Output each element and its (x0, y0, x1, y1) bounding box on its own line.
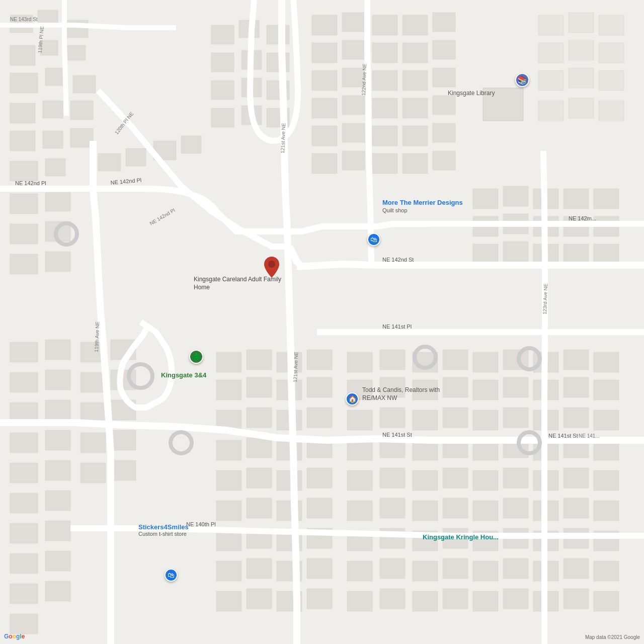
svg-rect-142 (216, 470, 242, 491)
svg-text:NE 142nd Pl: NE 142nd Pl (15, 180, 46, 186)
svg-rect-208 (380, 498, 405, 518)
culdesac-3 (413, 345, 438, 370)
svg-rect-201 (443, 468, 468, 488)
svg-rect-17 (45, 158, 65, 176)
quilt-shop-label: More The Merrier Designs Quilt shop (382, 199, 463, 213)
svg-rect-38 (342, 40, 365, 59)
svg-rect-19 (126, 148, 146, 166)
svg-rect-34 (312, 15, 337, 35)
svg-rect-150 (216, 531, 242, 551)
culdesac-4 (517, 346, 542, 371)
svg-rect-47 (403, 70, 428, 91)
kingsgate34-label: Kingsgate 3&4 (161, 371, 206, 379)
svg-rect-93 (10, 224, 38, 244)
svg-rect-183 (443, 408, 468, 428)
svg-rect-215 (594, 501, 619, 521)
svg-rect-56 (372, 126, 397, 146)
svg-rect-233 (594, 561, 619, 581)
kringle-label: Kingsgate Kringle Hou... (423, 533, 499, 541)
svg-rect-133 (307, 377, 332, 397)
svg-rect-58 (433, 123, 455, 142)
svg-rect-165 (443, 350, 468, 370)
svg-rect-234 (347, 591, 372, 611)
svg-rect-49 (312, 98, 337, 118)
svg-rect-76 (473, 189, 498, 209)
svg-rect-149 (307, 498, 332, 518)
svg-rect-230 (503, 558, 528, 579)
svg-rect-86 (473, 244, 498, 264)
svg-rect-178 (564, 377, 589, 397)
svg-rect-106 (45, 400, 70, 420)
svg-text:NE 143rd St: NE 143rd St (10, 17, 38, 22)
svg-rect-179 (594, 380, 619, 400)
svg-text:NE 142m...: NE 142m... (569, 215, 596, 221)
svg-rect-12 (70, 101, 93, 120)
google-logo-text: G (4, 633, 9, 640)
svg-rect-116 (111, 460, 136, 480)
svg-rect-35 (342, 13, 365, 32)
culdesac-2 (127, 362, 154, 390)
svg-rect-51 (372, 98, 397, 118)
svg-rect-42 (403, 43, 428, 63)
svg-rect-154 (216, 561, 242, 581)
svg-rect-137 (307, 408, 332, 428)
svg-rect-50 (342, 96, 365, 115)
svg-rect-206 (594, 470, 619, 491)
svg-rect-79 (564, 189, 589, 209)
svg-rect-123 (10, 584, 38, 604)
svg-rect-40 (403, 15, 428, 35)
kingsgate34-marker[interactable]: 🌲 (189, 350, 203, 364)
svg-rect-140 (277, 440, 302, 460)
svg-rect-232 (564, 558, 589, 579)
svg-rect-202 (473, 470, 498, 491)
svg-text:NE 141...: NE 141... (579, 433, 600, 439)
google-logo: Google (4, 633, 25, 640)
svg-rect-124 (45, 581, 70, 601)
map-container[interactable]: NE 142nd Pl NE 142nd St NE 141st Pl NE 1… (0, 0, 644, 644)
svg-rect-163 (380, 350, 405, 370)
svg-text:121st Ave NE: 121st Ave NE (292, 352, 299, 382)
svg-rect-96 (45, 252, 70, 272)
svg-rect-120 (45, 521, 70, 541)
svg-rect-14 (43, 131, 63, 148)
svg-text:NE 140th Pl: NE 140th Pl (186, 521, 216, 527)
svg-rect-205 (564, 468, 589, 488)
svg-rect-242 (594, 591, 619, 611)
svg-rect-162 (347, 352, 372, 372)
svg-rect-90 (594, 244, 619, 264)
svg-rect-175 (473, 380, 498, 400)
svg-rect-182 (413, 410, 438, 430)
svg-rect-210 (443, 498, 468, 518)
svg-rect-198 (347, 470, 372, 491)
svg-rect-95 (10, 254, 38, 274)
svg-rect-189 (347, 440, 372, 460)
svg-rect-188 (594, 410, 619, 430)
svg-rect-126 (216, 352, 242, 372)
svg-point-262 (268, 261, 275, 268)
svg-text:NE 141st St: NE 141st St (382, 432, 412, 438)
svg-rect-24 (267, 25, 289, 44)
svg-rect-52 (403, 98, 428, 118)
svg-rect-113 (10, 463, 38, 483)
quilt-shop-marker[interactable]: 🛍 (367, 233, 380, 246)
svg-rect-54 (312, 126, 337, 146)
svg-rect-80 (594, 189, 619, 209)
red-pin-icon (264, 257, 279, 278)
svg-text:121st Ave NE: 121st Ave NE (280, 123, 286, 153)
svg-rect-60 (342, 151, 365, 170)
stickers-marker[interactable]: 🛍 (165, 569, 178, 582)
svg-rect-125 (10, 614, 38, 634)
realtors-marker[interactable]: 🏠 (346, 392, 359, 406)
svg-rect-13 (10, 131, 35, 151)
svg-rect-9 (73, 75, 96, 93)
library-marker[interactable]: 📚 (515, 73, 529, 87)
svg-rect-225 (347, 561, 372, 581)
svg-rect-53 (433, 96, 455, 115)
svg-rect-207 (347, 501, 372, 521)
svg-rect-69 (599, 43, 624, 63)
svg-rect-147 (247, 498, 272, 518)
svg-rect-131 (247, 377, 272, 397)
svg-rect-48 (433, 68, 455, 87)
svg-rect-157 (307, 558, 332, 579)
svg-rect-143 (247, 468, 272, 488)
